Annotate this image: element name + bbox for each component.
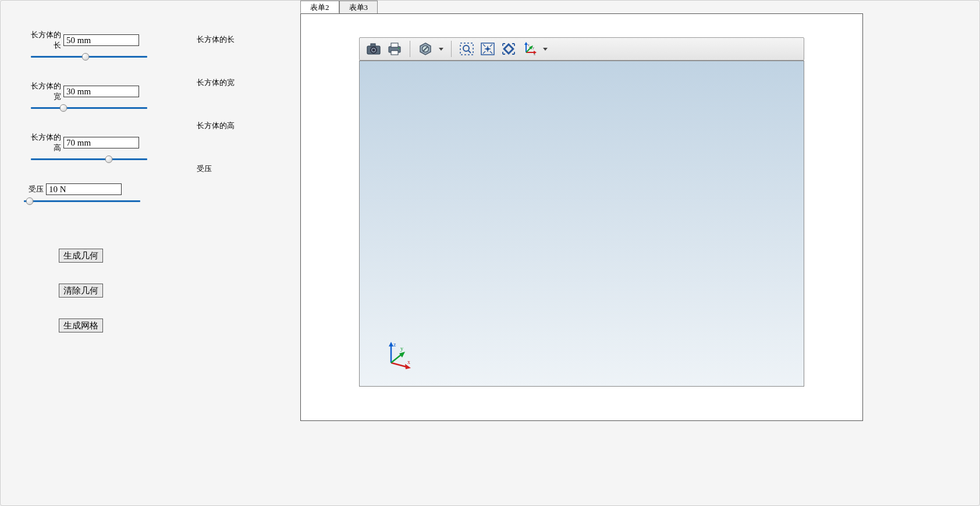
- axis-triad-icon: z x y: [384, 341, 413, 370]
- param-length-label: 长方体的长: [24, 30, 63, 51]
- param-pressure-label: 受压: [24, 184, 46, 194]
- tabs-row: 表单2 表单3: [300, 1, 863, 13]
- chevron-down-icon: [439, 48, 443, 51]
- param-width-row: 长方体的宽: [24, 81, 173, 102]
- svg-point-7: [398, 48, 399, 49]
- toolbar-separator: [410, 41, 410, 57]
- svg-rect-1: [371, 44, 375, 47]
- slider-thumb[interactable]: [60, 104, 68, 112]
- svg-point-13: [463, 45, 469, 51]
- param-pressure-input[interactable]: [46, 183, 122, 195]
- param-length-input[interactable]: [63, 34, 139, 46]
- svg-marker-30: [389, 342, 393, 346]
- generate-mesh-button[interactable]: 生成网格: [59, 319, 103, 332]
- axis-x-label: x: [407, 359, 410, 365]
- printer-icon: [388, 43, 402, 55]
- tab-form3[interactable]: 表单3: [339, 1, 378, 13]
- axes-view-button[interactable]: z y x: [520, 40, 539, 58]
- slider-track-line: [24, 200, 140, 202]
- zoom-selected-button[interactable]: [499, 40, 518, 58]
- axis-y-label: y: [400, 345, 403, 352]
- slider-thumb[interactable]: [26, 197, 34, 205]
- param-width-input[interactable]: [63, 86, 139, 97]
- graphics-toolbar: z y x: [359, 37, 804, 61]
- svg-rect-6: [391, 51, 398, 55]
- zoom-extents-button[interactable]: [478, 40, 497, 58]
- transparency-button[interactable]: [416, 40, 435, 58]
- param-width-slider[interactable]: [31, 104, 147, 112]
- viewport-frame: z y x z x: [300, 13, 863, 421]
- svg-text:z: z: [528, 43, 530, 47]
- zoom-box-button[interactable]: [457, 40, 476, 58]
- zoom-selected-icon: [502, 43, 516, 55]
- controls-column: 长方体的长 长方体的宽 长方体的高: [24, 30, 173, 476]
- svg-line-14: [468, 51, 471, 53]
- transparency-dropdown[interactable]: [437, 48, 445, 51]
- axes-view-dropdown[interactable]: [541, 48, 549, 51]
- param-height-row: 长方体的高: [24, 132, 173, 153]
- svg-marker-28: [543, 48, 548, 51]
- slider-thumb[interactable]: [105, 155, 113, 163]
- side-labels-column: 长方体的长 长方体的宽 长方体的高 受压: [197, 30, 277, 476]
- slider-thumb[interactable]: [82, 53, 90, 61]
- toolbar-separator: [451, 41, 452, 57]
- svg-point-3: [372, 49, 375, 52]
- svg-rect-5: [391, 43, 398, 47]
- parameters-panel: 长方体的长 长方体的宽 长方体的高: [1, 1, 300, 505]
- side-label-pressure: 受压: [197, 159, 277, 202]
- side-label-width: 长方体的宽: [197, 73, 277, 116]
- graphics-panel: 表单2 表单3: [300, 1, 979, 505]
- slider-track-line: [31, 107, 147, 109]
- 3d-viewport[interactable]: z x y: [359, 61, 804, 387]
- svg-point-16: [487, 48, 489, 51]
- param-height-label: 长方体的高: [24, 132, 63, 153]
- axis-z-label: z: [393, 341, 396, 348]
- svg-marker-11: [439, 48, 443, 51]
- svg-text:x: x: [534, 52, 535, 56]
- param-height-slider[interactable]: [31, 155, 147, 164]
- zoom-box-icon: [460, 43, 474, 55]
- generate-geometry-button[interactable]: 生成几何: [59, 249, 103, 263]
- transparency-icon: [419, 43, 432, 55]
- print-button[interactable]: [385, 40, 404, 58]
- svg-rect-12: [460, 43, 473, 55]
- axes-icon: z y x: [523, 42, 537, 56]
- param-pressure-row: 受压: [24, 183, 173, 195]
- param-height-input[interactable]: [63, 137, 139, 148]
- side-label-height: 长方体的高: [197, 116, 277, 159]
- clear-geometry-button[interactable]: 清除几何: [59, 284, 103, 298]
- chevron-down-icon: [543, 48, 548, 51]
- param-length-row: 长方体的长: [24, 30, 173, 51]
- camera-icon: [367, 43, 381, 55]
- svg-text:y: y: [532, 46, 534, 49]
- param-length-slider[interactable]: [31, 53, 147, 61]
- zoom-extents-icon: [481, 43, 495, 55]
- side-label-length: 长方体的长: [197, 30, 277, 73]
- param-width-label: 长方体的宽: [24, 81, 63, 102]
- param-pressure-slider[interactable]: [24, 197, 140, 206]
- app-window: 长方体的长 长方体的宽 长方体的高: [0, 0, 980, 506]
- svg-marker-34: [399, 352, 405, 358]
- tab-form2[interactable]: 表单2: [300, 1, 339, 13]
- action-buttons: 生成几何 清除几何 生成网格: [59, 249, 173, 332]
- snapshot-button[interactable]: [364, 40, 383, 58]
- slider-track-line: [31, 158, 147, 160]
